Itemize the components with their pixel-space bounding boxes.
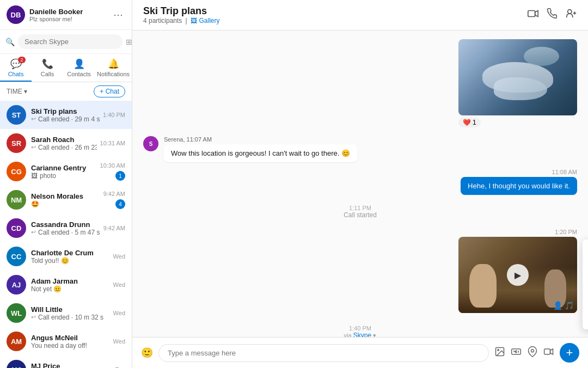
video-icon bbox=[527, 8, 539, 22]
nav-tabs: 💬 Chats 2 📞 Calls 👤 Contacts 🔔 Notificat… bbox=[0, 54, 132, 82]
svg-point-2 bbox=[568, 10, 572, 14]
messages-area: ❤️ 1 S Serena, 11:07 AM Wow this locatio… bbox=[132, 30, 588, 337]
unread-badge: 4 bbox=[115, 199, 125, 209]
context-forward[interactable]: Forward bbox=[583, 275, 588, 293]
avatar: CD bbox=[7, 218, 26, 238]
list-item[interactable]: SR Sarah Roach ↩ Call ended · 26 m 23 s … bbox=[0, 129, 132, 157]
image-button[interactable] bbox=[494, 346, 505, 360]
chat-item-name: Nelson Morales bbox=[31, 192, 100, 200]
profile-status: Plz sponsor me! bbox=[29, 16, 111, 22]
tab-contacts[interactable]: 👤 Contacts bbox=[63, 54, 95, 82]
call-icon: ↩ bbox=[31, 229, 36, 236]
profile-avatar: DB bbox=[7, 5, 25, 24]
qr-icon[interactable]: ⊞ bbox=[126, 38, 132, 46]
system-message: 1:11 PM Call started bbox=[143, 201, 577, 222]
message-input[interactable] bbox=[158, 344, 489, 362]
context-save-as[interactable]: Save as... bbox=[583, 257, 588, 275]
chat-item-name: Adam Jarman bbox=[31, 277, 110, 285]
context-save-downloads[interactable]: Save to 'Downloads' bbox=[583, 240, 588, 257]
chat-item-content: Will Little ↩ Call ended · 10 m 32 s bbox=[31, 305, 110, 321]
tab-notifications[interactable]: 🔔 Notifications bbox=[95, 54, 132, 82]
chat-item-preview: 🤩 bbox=[31, 200, 100, 208]
list-item[interactable]: CD Cassandra Drunn ↩ Call ended · 5 m 47… bbox=[0, 214, 132, 242]
context-select-messages[interactable]: Select Messages bbox=[583, 293, 588, 311]
list-item[interactable]: MJ MJ Price Teehee! Tue bbox=[0, 355, 132, 368]
message-bubble-outgoing: Hehe, I thought you would like it. bbox=[461, 177, 577, 195]
chat-item-time: 9:42 AM bbox=[103, 225, 125, 231]
chat-item-name: MJ Price bbox=[31, 362, 112, 369]
tab-chats-label: Chats bbox=[8, 71, 24, 77]
contacts-icon: 👤 bbox=[74, 58, 85, 70]
new-chat-button[interactable]: + Chat bbox=[94, 85, 125, 97]
chat-item-content: Sarah Roach ↩ Call ended · 26 m 23 s bbox=[31, 136, 97, 151]
svg-point-8 bbox=[531, 349, 534, 352]
avatar: NM bbox=[7, 190, 26, 210]
chat-item-name: Will Little bbox=[31, 305, 110, 314]
svg-rect-0 bbox=[528, 11, 535, 17]
list-item[interactable]: AJ Adam Jarman Not yet 😐 Wed bbox=[0, 271, 132, 299]
avatar: AM bbox=[7, 332, 26, 351]
emoji-button[interactable]: 🙂 bbox=[141, 347, 153, 359]
plus-icon: + bbox=[566, 347, 573, 359]
list-item[interactable]: WL Will Little ↩ Call ended · 10 m 32 s … bbox=[0, 299, 132, 327]
audio-call-button[interactable] bbox=[547, 8, 558, 22]
heart-emoji: ❤️ bbox=[463, 119, 471, 126]
location-button[interactable] bbox=[527, 346, 538, 360]
avatar: CG bbox=[7, 162, 26, 181]
sort-button[interactable]: TIME ▾ bbox=[7, 88, 27, 95]
avatar: WL bbox=[7, 303, 26, 323]
list-item[interactable]: CG Carianne Gentry 🖼 photo 10:30 AM 1 bbox=[0, 157, 132, 186]
chat-item-content: Ski Trip plans ↩ Call ended · 29 m 4 s bbox=[31, 107, 100, 123]
list-item[interactable]: AM Angus McNeil You need a day off! Wed bbox=[0, 327, 132, 355]
chat-header-info: Ski Trip plans 4 participants | 🖼 Galler… bbox=[143, 5, 527, 24]
chat-item-time: 9:42 AM bbox=[103, 191, 125, 197]
tab-calls[interactable]: 📞 Calls bbox=[32, 54, 63, 82]
video-call-button[interactable] bbox=[527, 8, 539, 22]
skype-link[interactable]: Skype bbox=[353, 332, 371, 337]
chat-item-time: 1:40 PM bbox=[103, 112, 125, 118]
chat-header-actions bbox=[527, 8, 577, 22]
svg-point-6 bbox=[498, 349, 499, 351]
search-input[interactable] bbox=[18, 34, 122, 49]
context-menu: Save to 'Downloads' Save as... Forward S… bbox=[583, 240, 588, 329]
chat-item-preview: ↩ Call ended · 5 m 47 s bbox=[31, 229, 100, 236]
chat-item-name: Ski Trip plans bbox=[31, 107, 100, 115]
sidebar: DB Danielle Booker Plz sponsor me! ⋯ 🔍 ⊞… bbox=[0, 0, 132, 368]
chat-item-meta: Wed bbox=[113, 310, 125, 316]
gif-button[interactable] bbox=[511, 346, 522, 360]
call-icon: ↩ bbox=[31, 115, 36, 122]
outgoing-message: 11:08 AM Hehe, I thought you would like … bbox=[143, 169, 577, 195]
tab-chats[interactable]: 💬 Chats 2 bbox=[0, 54, 32, 82]
context-remove[interactable]: Remove bbox=[583, 311, 588, 329]
chat-item-preview: ↩ Call ended · 26 m 23 s bbox=[31, 144, 97, 151]
video-thumbnail[interactable]: ▶ 👤 🎵 bbox=[458, 237, 577, 313]
snow-photo[interactable] bbox=[458, 39, 577, 115]
chat-title: Ski Trip plans bbox=[143, 5, 527, 17]
chat-item-name: Charlotte De Crum bbox=[31, 249, 110, 257]
chat-item-name: Carianne Gentry bbox=[31, 164, 97, 172]
reaction-pill[interactable]: ❤️ 1 bbox=[458, 118, 481, 127]
gallery-link[interactable]: 🖼 Gallery bbox=[191, 17, 220, 24]
chat-item-content: MJ Price Teehee! bbox=[31, 362, 112, 369]
list-item[interactable]: CC Charlotte De Crum Told you!! 😊 Wed bbox=[0, 242, 132, 271]
list-item[interactable]: ST Ski Trip plans ↩ Call ended · 29 m 4 … bbox=[0, 101, 132, 129]
chat-item-content: Adam Jarman Not yet 😐 bbox=[31, 277, 110, 293]
message-content: Serena, 11:07 AM Wow this location is go… bbox=[164, 136, 357, 162]
chat-list: ST Ski Trip plans ↩ Call ended · 29 m 4 … bbox=[0, 101, 132, 368]
reaction-row: ❤️ 1 bbox=[458, 118, 577, 127]
add-participant-button[interactable] bbox=[565, 8, 577, 22]
video-play-button[interactable]: ▶ bbox=[507, 264, 529, 286]
chat-item-time: Wed bbox=[113, 281, 125, 288]
list-item[interactable]: NM Nelson Morales 🤩 9:42 AM 4 bbox=[0, 186, 132, 214]
chat-item-time: Wed bbox=[113, 338, 125, 345]
chat-item-time: 10:31 AM bbox=[100, 140, 125, 146]
video-message-button[interactable] bbox=[543, 346, 554, 360]
profile-menu-button[interactable]: ⋯ bbox=[111, 7, 125, 23]
chat-item-meta: 9:42 AM 4 bbox=[103, 191, 125, 209]
chat-item-preview: Not yet 😐 bbox=[31, 285, 110, 293]
reaction-count: 1 bbox=[473, 119, 476, 126]
message-row: S Serena, 11:07 AM Wow this location is … bbox=[143, 136, 577, 162]
add-button[interactable]: + bbox=[560, 343, 579, 363]
tab-contacts-label: Contacts bbox=[67, 71, 90, 77]
chat-item-meta: Wed bbox=[113, 338, 125, 345]
